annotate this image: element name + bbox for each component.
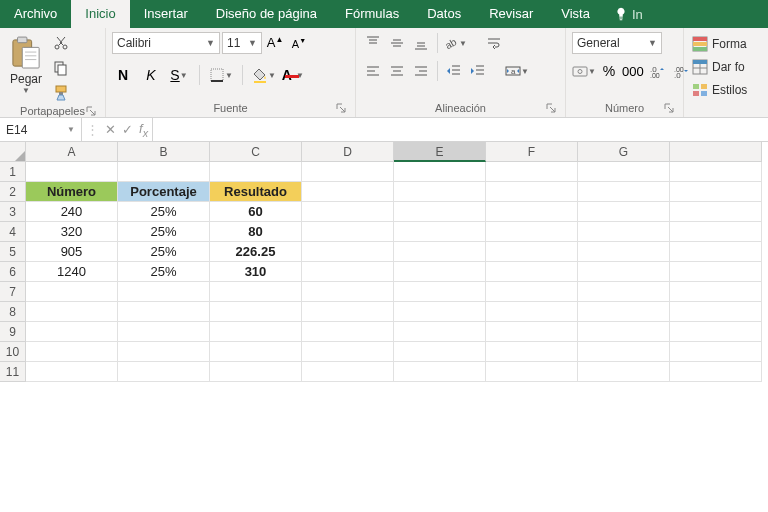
cell[interactable] [394, 202, 486, 222]
cell[interactable]: 60 [210, 202, 302, 222]
formula-input[interactable] [153, 118, 768, 141]
font-size-combo[interactable]: 11▼ [222, 32, 262, 54]
cell[interactable] [670, 162, 762, 182]
row-header-3[interactable]: 3 [0, 202, 26, 222]
cell[interactable] [670, 262, 762, 282]
cell[interactable] [486, 282, 578, 302]
name-box[interactable]: E14▼ [0, 118, 82, 141]
cell[interactable] [26, 362, 118, 382]
cell[interactable] [578, 162, 670, 182]
cell[interactable] [118, 322, 210, 342]
cell[interactable] [670, 362, 762, 382]
cell[interactable] [394, 162, 486, 182]
cell[interactable]: 25% [118, 262, 210, 282]
cell[interactable] [302, 182, 394, 202]
row-header-1[interactable]: 1 [0, 162, 26, 182]
cell[interactable] [210, 342, 302, 362]
cell[interactable]: 905 [26, 242, 118, 262]
thousands-button[interactable]: 000 [622, 60, 644, 82]
col-header-E[interactable]: E [394, 142, 486, 162]
cell[interactable] [210, 282, 302, 302]
increase-font-button[interactable]: A▲ [264, 32, 286, 54]
cell[interactable] [670, 282, 762, 302]
tab-inicio[interactable]: Inicio [71, 0, 129, 28]
cell[interactable] [670, 322, 762, 342]
cell[interactable] [302, 282, 394, 302]
row-header-9[interactable]: 9 [0, 322, 26, 342]
row-header-8[interactable]: 8 [0, 302, 26, 322]
cell[interactable] [118, 362, 210, 382]
align-top-button[interactable] [362, 32, 384, 54]
format-table-button[interactable]: Dar fo [690, 57, 747, 77]
underline-button[interactable]: S▼ [168, 64, 190, 86]
row-header-10[interactable]: 10 [0, 342, 26, 362]
cell[interactable]: 310 [210, 262, 302, 282]
align-left-button[interactable] [362, 60, 384, 82]
col-header-G[interactable]: G [578, 142, 670, 162]
cell[interactable] [302, 262, 394, 282]
cell[interactable] [670, 222, 762, 242]
cancel-formula-button[interactable]: ✕ [105, 122, 116, 137]
conditional-format-button[interactable]: Forma [690, 34, 749, 54]
paste-dropdown-arrow[interactable]: ▼ [22, 86, 30, 95]
tab-datos[interactable]: Datos [413, 0, 475, 28]
currency-button[interactable]: ▼ [572, 60, 596, 82]
font-launcher-icon[interactable] [335, 102, 347, 114]
alignment-launcher-icon[interactable] [545, 102, 557, 114]
cell[interactable] [26, 162, 118, 182]
accept-formula-button[interactable]: ✓ [122, 122, 133, 137]
cell[interactable] [486, 222, 578, 242]
cell[interactable]: Resultado [210, 182, 302, 202]
cell[interactable] [302, 342, 394, 362]
cell[interactable] [210, 362, 302, 382]
italic-button[interactable]: K [140, 64, 162, 86]
cell[interactable] [394, 322, 486, 342]
cell[interactable]: 25% [118, 242, 210, 262]
cell[interactable] [578, 302, 670, 322]
cell[interactable] [670, 302, 762, 322]
cell[interactable] [578, 322, 670, 342]
increase-indent-button[interactable] [467, 60, 489, 82]
cell[interactable] [486, 182, 578, 202]
align-middle-button[interactable] [386, 32, 408, 54]
align-center-button[interactable] [386, 60, 408, 82]
cell[interactable] [26, 342, 118, 362]
cell[interactable] [578, 182, 670, 202]
cell[interactable] [210, 302, 302, 322]
align-bottom-button[interactable] [410, 32, 432, 54]
wrap-text-button[interactable] [483, 32, 505, 54]
number-format-combo[interactable]: General▼ [572, 32, 662, 54]
cell[interactable] [578, 242, 670, 262]
clipboard-launcher-icon[interactable] [85, 105, 97, 117]
format-painter-button[interactable] [50, 82, 72, 104]
select-all-corner[interactable] [0, 142, 26, 162]
fill-color-button[interactable]: ▼ [252, 64, 276, 86]
tab-diseno[interactable]: Diseño de página [202, 0, 331, 28]
cell[interactable] [670, 242, 762, 262]
paste-button[interactable]: Pegar ▼ [6, 32, 46, 96]
cell[interactable]: 25% [118, 202, 210, 222]
cell[interactable]: Porcentaje [118, 182, 210, 202]
tab-insertar[interactable]: Insertar [130, 0, 202, 28]
cell[interactable] [578, 222, 670, 242]
tell-me[interactable]: In [614, 0, 643, 28]
cell[interactable] [302, 362, 394, 382]
cell[interactable] [394, 242, 486, 262]
cell[interactable] [486, 342, 578, 362]
col-header-B[interactable]: B [118, 142, 210, 162]
cell[interactable]: 1240 [26, 262, 118, 282]
cell[interactable] [394, 302, 486, 322]
col-header-A[interactable]: A [26, 142, 118, 162]
orientation-button[interactable]: ab▼ [443, 32, 467, 54]
cell[interactable] [302, 222, 394, 242]
cell[interactable] [578, 362, 670, 382]
cell[interactable] [486, 322, 578, 342]
cut-button[interactable] [50, 32, 72, 54]
fx-icon[interactable]: fx [139, 121, 148, 139]
cell[interactable] [26, 282, 118, 302]
cell[interactable] [210, 322, 302, 342]
align-right-button[interactable] [410, 60, 432, 82]
cell[interactable] [578, 342, 670, 362]
tab-revisar[interactable]: Revisar [475, 0, 547, 28]
cell[interactable] [486, 202, 578, 222]
